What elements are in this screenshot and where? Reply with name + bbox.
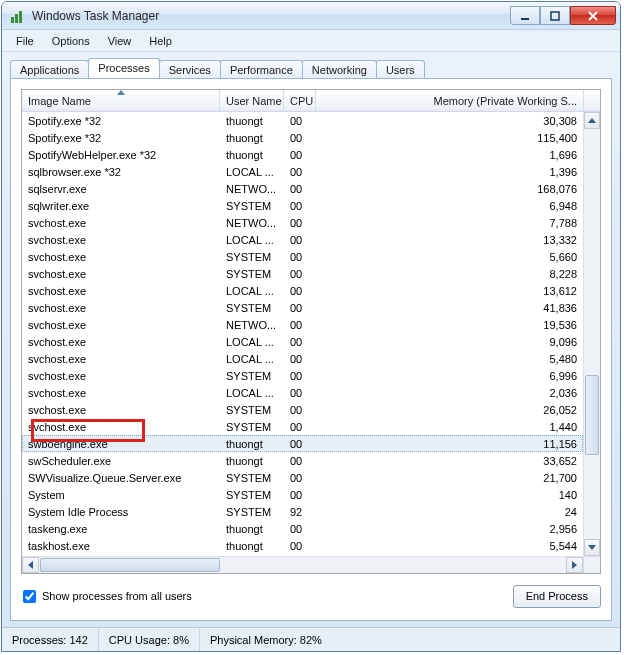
table-row[interactable]: SystemSYSTEM00140 (22, 486, 583, 503)
table-row[interactable]: Spotify.exe *32thuongt00115,400 (22, 129, 583, 146)
tab-performance[interactable]: Performance (220, 60, 303, 79)
table-row[interactable]: svchost.exeNETWO...0019,536 (22, 316, 583, 333)
scroll-track[interactable] (584, 129, 600, 539)
table-row[interactable]: svchost.exeSYSTEM001,440 (22, 418, 583, 435)
end-process-button[interactable]: End Process (513, 585, 601, 608)
cell-cpu: 00 (284, 540, 316, 552)
cell-user-name: NETWO... (220, 217, 284, 229)
table-row[interactable]: svchost.exeSYSTEM008,228 (22, 265, 583, 282)
status-memory-label: Physical Memory: (210, 634, 297, 646)
tab-services[interactable]: Services (159, 60, 221, 79)
cell-image-name: svchost.exe (22, 251, 220, 263)
process-list: Image Name User Name CPU Memory (Private… (21, 89, 601, 574)
cell-cpu: 00 (284, 387, 316, 399)
table-row[interactable]: svchost.exeLOCAL ...002,036 (22, 384, 583, 401)
cell-memory: 24 (316, 506, 583, 518)
close-button[interactable] (570, 6, 616, 25)
cell-cpu: 00 (284, 200, 316, 212)
table-row[interactable]: svchost.exeSYSTEM005,660 (22, 248, 583, 265)
cell-image-name: System (22, 489, 220, 501)
show-all-users-checkbox[interactable]: Show processes from all users (21, 590, 192, 603)
status-memory: Physical Memory: 82% (200, 628, 620, 651)
cell-user-name: thuongt (220, 132, 284, 144)
col-memory[interactable]: Memory (Private Working S... (316, 90, 583, 111)
cell-user-name: SYSTEM (220, 506, 284, 518)
tab-networking[interactable]: Networking (302, 60, 377, 79)
table-row[interactable]: SWVisualize.Queue.Server.exeSYSTEM0021,7… (22, 469, 583, 486)
cell-memory: 19,536 (316, 319, 583, 331)
table-row[interactable]: svchost.exeSYSTEM006,996 (22, 367, 583, 384)
table-row[interactable]: taskhost.exethuongt005,544 (22, 537, 583, 554)
table-row[interactable]: SpotifyWebHelper.exe *32thuongt001,696 (22, 146, 583, 163)
scroll-thumb[interactable] (585, 375, 599, 455)
show-all-users-input[interactable] (23, 590, 36, 603)
cell-user-name: LOCAL ... (220, 285, 284, 297)
table-row[interactable]: sqlwriter.exeSYSTEM006,948 (22, 197, 583, 214)
menu-options[interactable]: Options (44, 33, 98, 49)
cell-memory: 26,052 (316, 404, 583, 416)
cell-cpu: 00 (284, 489, 316, 501)
cell-user-name: thuongt (220, 523, 284, 535)
cell-cpu: 00 (284, 336, 316, 348)
scroll-corner (583, 556, 600, 573)
menu-file[interactable]: File (8, 33, 42, 49)
table-row[interactable]: svchost.exeLOCAL ...0013,612 (22, 282, 583, 299)
tab-users[interactable]: Users (376, 60, 425, 79)
cell-cpu: 00 (284, 149, 316, 161)
cell-image-name: svchost.exe (22, 302, 220, 314)
table-row[interactable]: svchost.exeSYSTEM0041,836 (22, 299, 583, 316)
minimize-button[interactable] (510, 6, 540, 25)
table-row[interactable]: Spotify.exe *32thuongt0030,308 (22, 112, 583, 129)
col-image-name[interactable]: Image Name (22, 90, 220, 111)
cell-image-name: swScheduler.exe (22, 455, 220, 467)
scroll-up-icon[interactable] (584, 112, 600, 129)
table-row[interactable]: sqlservr.exeNETWO...00168,076 (22, 180, 583, 197)
cell-user-name: LOCAL ... (220, 387, 284, 399)
table-row[interactable]: System Idle ProcessSYSTEM9224 (22, 503, 583, 520)
menu-view[interactable]: View (100, 33, 140, 49)
scroll-down-icon[interactable] (584, 539, 600, 556)
status-processes-label: Processes: (12, 634, 66, 646)
cell-memory: 115,400 (316, 132, 583, 144)
status-cpu-label: CPU Usage: (109, 634, 170, 646)
statusbar: Processes: 142 CPU Usage: 8% Physical Me… (2, 627, 620, 651)
col-cpu[interactable]: CPU (284, 90, 316, 111)
cell-cpu: 00 (284, 319, 316, 331)
cell-user-name: SYSTEM (220, 472, 284, 484)
table-row[interactable]: swScheduler.exethuongt0033,652 (22, 452, 583, 469)
maximize-button[interactable] (540, 6, 570, 25)
cell-user-name: NETWO... (220, 319, 284, 331)
table-row[interactable]: svchost.exeLOCAL ...005,480 (22, 350, 583, 367)
show-all-users-label: Show processes from all users (42, 590, 192, 602)
vertical-scrollbar[interactable] (583, 112, 600, 556)
table-row[interactable]: svchost.exeNETWO...007,788 (22, 214, 583, 231)
scroll-left-icon[interactable] (22, 557, 39, 573)
processes-panel: Image Name User Name CPU Memory (Private… (10, 78, 612, 621)
svg-rect-0 (11, 17, 14, 23)
cell-cpu: 00 (284, 251, 316, 263)
cell-user-name: LOCAL ... (220, 166, 284, 178)
scroll-right-icon[interactable] (566, 557, 583, 573)
col-scroll-spacer (583, 90, 600, 111)
cell-memory: 33,652 (316, 455, 583, 467)
table-row[interactable]: taskeng.exethuongt002,956 (22, 520, 583, 537)
svg-rect-2 (19, 11, 22, 23)
window-title: Windows Task Manager (32, 9, 510, 23)
cell-cpu: 00 (284, 404, 316, 416)
table-row[interactable]: swboengine.exethuongt0011,156 (22, 435, 583, 452)
cell-memory: 168,076 (316, 183, 583, 195)
table-row[interactable]: svchost.exeLOCAL ...0013,332 (22, 231, 583, 248)
cell-user-name: thuongt (220, 149, 284, 161)
table-row[interactable]: sqlbrowser.exe *32LOCAL ...001,396 (22, 163, 583, 180)
menu-help[interactable]: Help (141, 33, 180, 49)
table-row[interactable]: svchost.exeLOCAL ...009,096 (22, 333, 583, 350)
table-row[interactable]: svchost.exeSYSTEM0026,052 (22, 401, 583, 418)
hscroll-thumb[interactable] (40, 558, 220, 572)
tab-processes[interactable]: Processes (88, 58, 159, 78)
cell-cpu: 00 (284, 183, 316, 195)
cell-memory: 8,228 (316, 268, 583, 280)
titlebar[interactable]: Windows Task Manager (2, 2, 620, 30)
col-user-name[interactable]: User Name (220, 90, 284, 111)
tab-applications[interactable]: Applications (10, 60, 89, 79)
horizontal-scrollbar[interactable] (22, 556, 583, 573)
